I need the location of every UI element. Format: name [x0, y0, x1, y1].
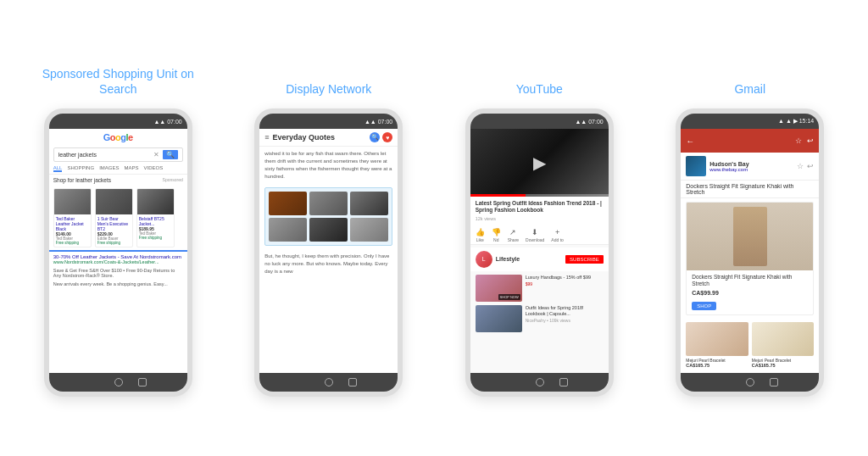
ad-cell-6[interactable]: [350, 218, 388, 242]
shop-details-3: Belstaff BT25 Jacket... $189.95 Ted Bake…: [137, 214, 174, 242]
youtube-recents-icon[interactable]: [559, 378, 568, 386]
shopping-header: Shop for leather jackets Sponsored: [49, 175, 187, 186]
shop-details-1: Ted Baker Leather Jacket Black $149.00 T…: [54, 214, 91, 247]
nd-action[interactable]: 👎Nd: [492, 228, 501, 242]
gmail-title: Gmail: [734, 59, 765, 97]
more-product-3[interactable]: Mejuri Pearl Bracelet CA$165.75: [752, 322, 815, 368]
download-action[interactable]: ⬇Download: [526, 228, 544, 242]
google-logo: Google: [103, 132, 133, 142]
search-status-bar: ▲▲ 07:00: [49, 114, 187, 129]
shop-name-3: Belstaff BT25 Jacket...: [139, 216, 172, 226]
youtube-video[interactable]: ▶: [470, 129, 609, 197]
main-container: Sponsored Shopping Unit on Search ▲▲ 07:…: [0, 42, 868, 414]
channel-name: Lifestyle: [496, 256, 562, 262]
gmail-star-icon[interactable]: ☆: [795, 136, 802, 145]
result-3-text: New arrivals every week. Be a shopping g…: [53, 281, 183, 286]
gmail-reply-action[interactable]: ↩: [807, 162, 814, 170]
gmail-star-action[interactable]: ☆: [797, 162, 804, 170]
like-action[interactable]: 👍Like: [476, 228, 485, 242]
gmail-subject: Dockers Straight Fit Signature Khaki wit…: [681, 181, 819, 198]
youtube-views: 12k views: [476, 216, 604, 221]
tab-shopping[interactable]: SHOPPING: [67, 165, 94, 172]
ad-img-4: [269, 218, 307, 242]
display-home-icon[interactable]: [325, 378, 333, 386]
search-phone-content: Google leather jackets ✕ 🔍 ALL SHOPPING …: [49, 129, 187, 373]
shop-shipping-1: Free shipping: [56, 241, 89, 245]
tab-images[interactable]: IMAGES: [99, 165, 119, 172]
display-phone-content: ≡ Everyday Quotes 🔍 ♥ wished it to be fo…: [259, 129, 398, 373]
subscribe-button[interactable]: SUBSCRIBE: [565, 255, 604, 264]
display-text-2: But, he thought, I keep them with precis…: [259, 249, 398, 279]
channel-avatar: L: [476, 251, 492, 268]
search-circle-icon[interactable]: 🔍: [370, 132, 380, 142]
display-recents-icon[interactable]: [348, 378, 357, 386]
more-img-2: [686, 322, 748, 356]
search-title: Sponsored Shopping Unit on Search: [25, 59, 211, 97]
clear-icon[interactable]: ✕: [153, 151, 159, 158]
youtube-home-icon[interactable]: [536, 378, 544, 386]
google-logo-bar: Google: [49, 129, 187, 146]
more-price-2: CA$165.75: [686, 363, 748, 368]
sender-logo: [686, 156, 706, 176]
result-3: New arrivals every week. Be a shopping g…: [53, 281, 183, 286]
shop-item-1[interactable]: Ted Baker Leather Jacket Black $149.00 T…: [53, 188, 92, 247]
hamburger-icon[interactable]: ≡: [264, 133, 269, 142]
search-box[interactable]: leather jackets ✕ 🔍: [53, 147, 183, 162]
display-app-name: Everyday Quotes: [273, 133, 367, 142]
more-product-2[interactable]: Mejuri Pearl Bracelet CA$165.75: [686, 322, 748, 368]
gmail-home-nav-icon[interactable]: [746, 378, 754, 386]
rec-info-2: Outfit Ideas for Spring 2018! Lookbook |…: [526, 305, 604, 332]
result-1-url: www.Nordstromark.com/Coats-&-Jackets/Lea…: [53, 259, 183, 264]
display-status-time: ▲▲ 07:00: [364, 119, 392, 125]
search-section: Sponsored Shopping Unit on Search ▲▲ 07:…: [25, 59, 211, 397]
ad-img-5: [309, 218, 348, 242]
gmail-forward-icon[interactable]: ↩: [807, 136, 814, 145]
shop-details-2: 1 Suir Bear Men's Executive BT2 $229.00 …: [96, 214, 132, 247]
sender-name: Hudson's Bay: [709, 161, 793, 167]
ad-cell-1[interactable]: [269, 192, 307, 215]
result-2: Save & Get Free S&H Over $100 • Free 90-…: [53, 268, 183, 278]
youtube-channel: L Lifestyle SUBSCRIBE: [470, 247, 609, 271]
rec-item-1[interactable]: SHOP NOW Luxury Handbags - 15% off $99 $…: [476, 275, 604, 302]
gmail-header-icons: ☆ ↩: [795, 136, 814, 145]
shop-item-3[interactable]: Belstaff BT25 Jacket... $189.95 Ted Bake…: [136, 188, 175, 247]
dislike-icon: 👎: [492, 228, 501, 236]
share-action[interactable]: ↗Share: [508, 228, 519, 242]
youtube-title: YouTube: [516, 59, 563, 97]
display-section: Display Network ▲▲ 07:00 ≡ Everyday Quot…: [236, 59, 422, 397]
rec-badge-1: SHOP NOW: [498, 294, 520, 300]
like-icon: 👍: [476, 228, 485, 236]
tab-all[interactable]: ALL: [53, 165, 63, 172]
home-nav-icon[interactable]: [114, 378, 123, 386]
youtube-actions: 👍Like 👎Nd ↗Share ⬇Download +Add to: [470, 225, 609, 245]
video-progress-bar: [470, 194, 609, 197]
gmail-recents-nav-icon[interactable]: [770, 378, 778, 386]
shop-name-2: 1 Suir Bear Men's Executive BT2: [97, 216, 131, 231]
addto-action[interactable]: +Add to: [551, 228, 563, 242]
shop-button[interactable]: SHOP: [692, 302, 716, 310]
download-icon: ⬇: [531, 228, 538, 236]
shop-name-1: Ted Baker Leather Jacket Black: [56, 216, 89, 231]
fav-circle-icon[interactable]: ♥: [382, 132, 392, 142]
shop-item-2[interactable]: 1 Suir Bear Men's Executive BT2 $229.00 …: [95, 188, 133, 247]
recents-nav-icon[interactable]: [138, 378, 147, 386]
tab-videos[interactable]: VIDEOS: [143, 165, 163, 172]
video-progress: [470, 194, 526, 197]
gmail-section: Gmail ▲ ▲ ▶ 15:14 ← ☆ ↩ H: [658, 59, 843, 397]
tab-maps[interactable]: MAPS: [124, 165, 138, 172]
shop-shipping-3: Free shipping: [139, 236, 172, 240]
gmail-product: Dockers Straight Fit Signature Khaki wit…: [686, 202, 814, 315]
result-1: 30-70% Off Leather Jackets - Save At Nor…: [53, 254, 183, 264]
play-icon[interactable]: ▶: [533, 153, 546, 173]
ad-cell-2[interactable]: [309, 192, 348, 215]
ad-cell-4[interactable]: [269, 218, 307, 242]
ad-cell-3[interactable]: [350, 192, 388, 215]
gmail-back-icon[interactable]: ←: [686, 136, 694, 146]
search-button[interactable]: 🔍: [163, 150, 178, 159]
ad-cell-5[interactable]: [309, 218, 348, 242]
display-phone: ▲▲ 07:00 ≡ Everyday Quotes 🔍 ♥ wished it…: [254, 108, 403, 397]
youtube-section: YouTube ▲▲ 07:00 ▶ Latest Spring Outfit …: [447, 59, 632, 397]
gmail-status-icons: ▲ ▲ ▶ 15:14: [778, 118, 814, 125]
rec-item-2[interactable]: Outfit Ideas for Spring 2018! Lookbook |…: [476, 305, 604, 332]
ad-img-6: [350, 218, 388, 242]
